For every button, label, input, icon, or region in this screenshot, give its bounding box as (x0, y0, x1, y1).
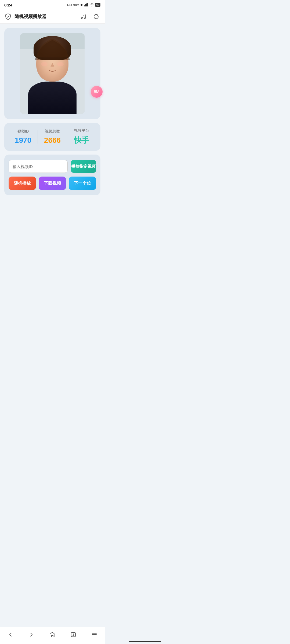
bluetooth-icon: ∗ (80, 3, 83, 7)
music-icon-button[interactable] (79, 12, 88, 21)
shield-icon (4, 13, 12, 20)
svg-rect-1 (85, 4, 86, 6)
next-button[interactable]: 下一个位 (69, 177, 96, 190)
stat-platform: 视频平台 快手 (67, 128, 96, 145)
svg-rect-0 (84, 5, 85, 6)
video-id-input[interactable] (9, 160, 68, 173)
network-speed: 1.18 MB/s (67, 3, 79, 6)
stat-video-id: 视频ID 1970 (9, 129, 38, 145)
status-time: 8:24 (4, 3, 12, 7)
status-bar: 8:24 1.18 MB/s ∗ 49 (0, 0, 105, 10)
random-play-button[interactable]: 随机播放 (9, 177, 36, 190)
stat-platform-label: 视频平台 (67, 128, 96, 133)
wifi-icon (90, 3, 94, 7)
translate-label: 译A (94, 90, 100, 94)
app-bar: 随机视频播放器 (0, 10, 105, 24)
controls-row-1: 播放指定视频 (9, 160, 96, 173)
svg-rect-3 (87, 3, 88, 6)
video-card: 译A (4, 28, 100, 119)
main-content: 译A 视频ID 1970 视频总数 2666 视频平台 快手 播放指定视频 随机… (0, 24, 105, 225)
stat-video-id-value: 1970 (9, 136, 38, 145)
download-button[interactable]: 下载视频 (39, 177, 66, 190)
controls-row-2: 随机播放 下载视频 下一个位 (9, 177, 96, 190)
svg-rect-2 (86, 3, 87, 6)
app-title: 随机视频播放器 (15, 13, 46, 20)
status-icons: 1.18 MB/s ∗ 49 (67, 3, 100, 7)
video-thumbnail (20, 33, 85, 114)
stat-video-id-label: 视频ID (9, 129, 38, 134)
stats-card: 视频ID 1970 视频总数 2666 视频平台 快手 (4, 123, 100, 151)
app-bar-right (79, 12, 100, 21)
stat-total: 视频总数 2666 (38, 129, 67, 145)
translate-button[interactable]: 译A (91, 86, 103, 98)
portrait-body (28, 82, 77, 114)
app-bar-left: 随机视频播放器 (4, 13, 46, 20)
stat-platform-value: 快手 (67, 135, 96, 145)
svg-point-8 (41, 62, 48, 66)
signal-icon (84, 3, 89, 7)
stat-total-value: 2666 (38, 136, 67, 145)
svg-point-9 (57, 62, 64, 66)
play-specific-button[interactable]: 播放指定视频 (71, 160, 96, 173)
portrait-hair (34, 36, 71, 60)
bottom-spacer (4, 199, 100, 221)
stat-total-label: 视频总数 (38, 129, 67, 134)
controls-card: 播放指定视频 随机播放 下载视频 下一个位 (4, 155, 100, 195)
refresh-icon-button[interactable] (92, 12, 100, 21)
battery-icon: 49 (95, 3, 100, 7)
